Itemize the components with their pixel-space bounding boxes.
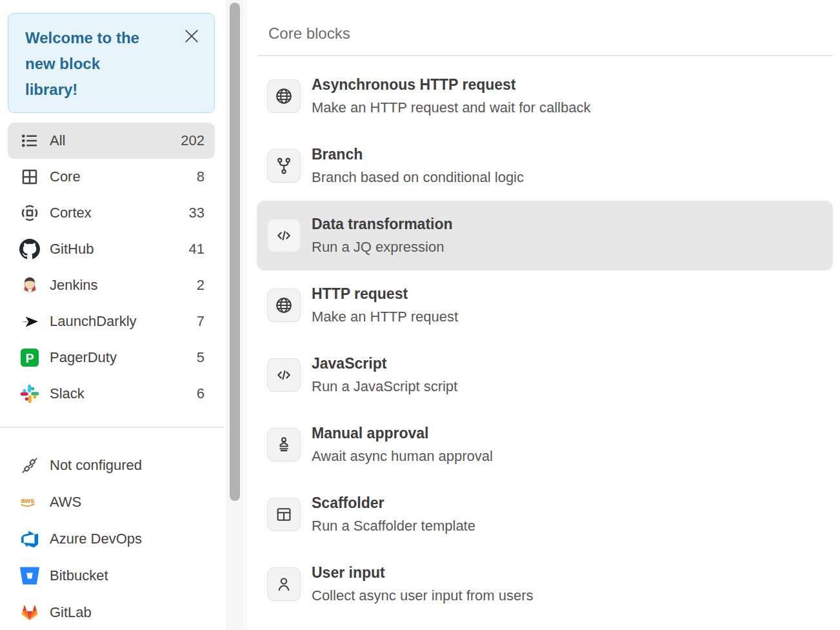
sidebar-item-pagerduty[interactable]: P PagerDuty 5 <box>8 340 215 376</box>
sidebar-scrollbar-track[interactable] <box>226 0 244 630</box>
section-divider <box>257 55 833 56</box>
block-title: Manual approval <box>312 422 493 445</box>
sidebar-item-all[interactable]: All 202 <box>8 123 215 159</box>
sidebar-item-jenkins[interactable]: Jenkins 2 <box>8 267 215 303</box>
category-list: All 202 Core 8 <box>0 123 225 412</box>
sidebar-item-gitlab[interactable]: GitLab <box>8 594 215 630</box>
block-description: Make an HTTP request <box>312 305 458 329</box>
sidebar-item-label: LaunchDarkly <box>50 313 137 330</box>
block-title: JavaScript <box>312 352 457 375</box>
sidebar-item-label: Slack <box>50 385 85 402</box>
sidebar-item-bitbucket[interactable]: Bitbucket <box>8 558 215 594</box>
table-icon <box>267 498 301 531</box>
sidebar-item-count: 8 <box>197 168 205 185</box>
block-item-manual-approval[interactable]: Manual approval Await async human approv… <box>257 410 833 480</box>
sidebar-item-core[interactable]: Core 8 <box>8 159 215 195</box>
sidebar-item-count: 5 <box>197 349 205 366</box>
slack-logo-icon <box>19 383 40 404</box>
svg-text:P: P <box>25 351 34 365</box>
block-description: Run a JavaScript script <box>312 375 457 398</box>
sidebar-item-label: All <box>50 132 65 149</box>
stamp-icon <box>267 428 301 462</box>
globe-icon <box>267 289 301 322</box>
block-title: User input <box>312 562 534 584</box>
block-item-scaffolder[interactable]: Scaffolder Run a Scaffolder template <box>257 480 833 549</box>
sidebar-item-azure-devops[interactable]: Azure DevOps <box>8 521 215 558</box>
block-list: Asynchronous HTTP request Make an HTTP r… <box>257 61 833 619</box>
branch-icon <box>267 149 301 183</box>
block-description: Run a Scaffolder template <box>312 514 475 538</box>
sidebar-item-label: Not configured <box>50 457 142 474</box>
sidebar-item-label: Bitbucket <box>50 567 108 584</box>
block-item-asynchronous-http-request[interactable]: Asynchronous HTTP request Make an HTTP r… <box>257 61 833 131</box>
sidebar-item-cortex[interactable]: Cortex 33 <box>8 195 215 231</box>
user-icon <box>267 567 301 601</box>
sidebar-item-count: 202 <box>181 132 205 149</box>
block-description: Run a JQ expression <box>312 236 453 259</box>
block-title: Data transformation <box>312 213 453 236</box>
globe-icon <box>267 79 301 113</box>
aws-logo-icon: aws <box>19 492 40 513</box>
sidebar-scrollbar-thumb[interactable] <box>230 3 240 501</box>
block-list-panel: Core blocks Asynchronous HTTP request Ma… <box>245 0 840 630</box>
sidebar-divider <box>0 427 225 428</box>
welcome-banner-text: Welcome to the new block library! <box>25 25 164 103</box>
code-icon <box>267 219 301 252</box>
cortex-logo-icon <box>19 203 40 223</box>
github-logo-icon <box>19 239 40 259</box>
block-item-javascript[interactable]: JavaScript Run a JavaScript script <box>257 340 833 410</box>
block-item-branch[interactable]: Branch Branch based on conditional logic <box>257 131 833 201</box>
close-icon[interactable] <box>183 28 200 45</box>
sidebar-item-github[interactable]: GitHub 41 <box>8 231 215 267</box>
sidebar-item-label: GitHub <box>50 241 94 258</box>
grid-icon <box>19 167 40 187</box>
block-title: Scaffolder <box>312 492 475 514</box>
bitbucket-logo-icon <box>19 565 40 586</box>
sidebar-item-label: Azure DevOps <box>50 531 142 547</box>
welcome-banner: Welcome to the new block library! <box>8 13 215 113</box>
block-item-http-request[interactable]: HTTP request Make an HTTP request <box>257 270 833 340</box>
jenkins-logo-icon <box>19 275 40 296</box>
sidebar-item-label: PagerDuty <box>50 349 117 366</box>
sidebar-item-count: 2 <box>197 277 205 294</box>
block-description: Await async human approval <box>312 445 493 468</box>
block-item-data-transformation[interactable]: Data transformation Run a JQ expression <box>257 201 833 270</box>
block-item-user-input[interactable]: User input Collect async user input from… <box>257 549 833 619</box>
sidebar-item-not-configured[interactable]: Not configured <box>8 447 215 484</box>
block-description: Collect async user input from users <box>312 584 534 607</box>
pagerduty-logo-icon: P <box>19 347 40 368</box>
sidebar-item-aws[interactable]: aws AWS <box>8 484 215 521</box>
code-icon <box>267 358 301 392</box>
block-title: Asynchronous HTTP request <box>312 74 590 96</box>
azure-devops-logo-icon <box>19 529 40 549</box>
plug-disconnected-icon <box>19 455 40 476</box>
sidebar-item-count: 33 <box>189 205 205 221</box>
sidebar-item-label: Cortex <box>50 205 92 221</box>
svg-text:aws: aws <box>21 496 34 504</box>
block-title: Branch <box>312 143 524 166</box>
sidebar-item-launchdarkly[interactable]: LaunchDarkly 7 <box>8 303 215 340</box>
sidebar-item-label: AWS <box>50 494 81 511</box>
block-library-dialog: Welcome to the new block library! All 20… <box>0 0 840 630</box>
section-title: Core blocks <box>268 25 833 43</box>
block-description: Branch based on conditional logic <box>312 166 524 189</box>
block-description: Make an HTTP request and wait for callba… <box>312 96 590 119</box>
sidebar-item-slack[interactable]: Slack 6 <box>8 376 215 412</box>
sidebar-item-count: 6 <box>197 385 205 402</box>
launchdarkly-logo-icon <box>19 311 40 332</box>
sidebar-item-count: 41 <box>189 241 205 258</box>
sidebar-item-label: GitLab <box>50 604 92 621</box>
gitlab-logo-icon <box>19 602 40 623</box>
not-configured-list: Not configured aws AWS <box>0 447 225 630</box>
sidebar-item-label: Jenkins <box>50 277 98 294</box>
sidebar: Welcome to the new block library! All 20… <box>0 0 225 630</box>
list-icon <box>19 130 40 151</box>
sidebar-item-count: 7 <box>197 313 205 330</box>
block-title: HTTP request <box>312 283 458 305</box>
sidebar-item-label: Core <box>50 168 81 185</box>
